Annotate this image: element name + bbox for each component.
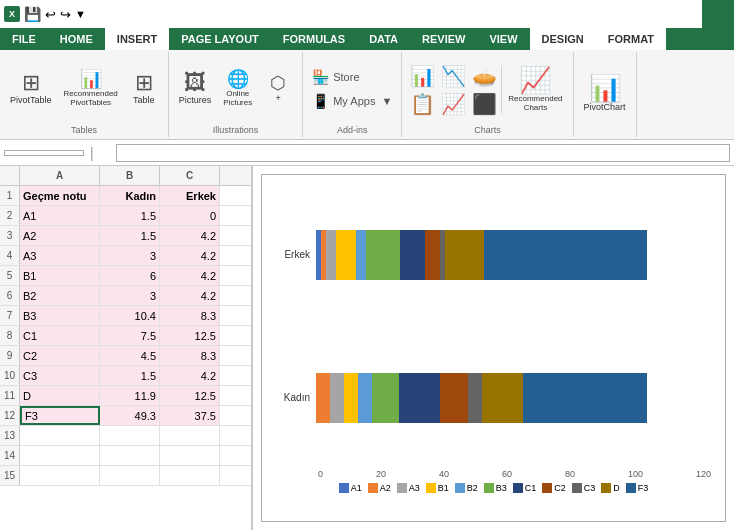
cell-b10[interactable]: 1.5: [100, 366, 160, 385]
chart-area[interactable]: Erkek Kadın 020406080100120 A1A2A3B1B2B3…: [253, 166, 734, 530]
chart-container[interactable]: Erkek Kadın 020406080100120 A1A2A3B1B2B3…: [261, 174, 726, 522]
table-icon: ⊞: [135, 72, 153, 94]
redo-icon[interactable]: ↪: [60, 7, 71, 22]
cell-b4[interactable]: 3: [100, 246, 160, 265]
legend-label: A2: [380, 483, 391, 493]
cell-c14[interactable]: [160, 446, 220, 465]
tab-formulas[interactable]: FORMULAS: [271, 28, 357, 50]
cell-c3[interactable]: 4.2: [160, 226, 220, 245]
cell-a6[interactable]: B2: [20, 286, 100, 305]
tab-home[interactable]: HOME: [48, 28, 105, 50]
tab-review[interactable]: REVIEW: [410, 28, 477, 50]
cell-c7[interactable]: 8.3: [160, 306, 220, 325]
shapes-button[interactable]: ⬡ +: [260, 72, 296, 105]
cell-b9[interactable]: 4.5: [100, 346, 160, 365]
cell-c5[interactable]: 4.2: [160, 266, 220, 285]
col-header-a[interactable]: A: [20, 166, 100, 185]
col-header-c[interactable]: C: [160, 166, 220, 185]
online-pictures-button[interactable]: 🌐 OnlinePictures: [219, 68, 256, 109]
apps-icon: 📱: [312, 93, 329, 109]
cell-b6[interactable]: 3: [100, 286, 160, 305]
cell-a10[interactable]: C3: [20, 366, 100, 385]
line-chart-icon: 📉: [441, 64, 466, 88]
cell-b15[interactable]: [100, 466, 160, 485]
table-button[interactable]: ⊞ Table: [126, 70, 162, 107]
kadin-bars: [316, 373, 713, 423]
cell-c9[interactable]: 8.3: [160, 346, 220, 365]
recommended-pivottables-button[interactable]: 📊 RecommendedPivotTables: [60, 68, 122, 109]
area-chart-button[interactable]: 📈: [439, 91, 468, 117]
pie-chart-button[interactable]: 🥧: [470, 63, 499, 89]
cell-c8[interactable]: 12.5: [160, 326, 220, 345]
x-axis-label: 120: [696, 469, 711, 479]
cell-a11[interactable]: D: [20, 386, 100, 405]
bar-segment: [366, 230, 400, 280]
legend-item: A1: [339, 483, 362, 493]
cell-c2[interactable]: 0: [160, 206, 220, 225]
bar-chart-button[interactable]: 📋: [408, 91, 437, 117]
shapes-icon: ⬡: [270, 74, 286, 92]
legend-swatch: [484, 483, 494, 493]
cell-b7[interactable]: 10.4: [100, 306, 160, 325]
cell-c1[interactable]: Erkek: [160, 186, 220, 205]
save-icon[interactable]: 💾: [24, 6, 41, 22]
tab-data[interactable]: DATA: [357, 28, 410, 50]
formula-input[interactable]: [116, 144, 730, 162]
column-chart-button[interactable]: 📊: [408, 63, 437, 89]
bar-segment: [400, 230, 425, 280]
cell-a9[interactable]: C2: [20, 346, 100, 365]
store-button[interactable]: 🏪 Store: [311, 68, 393, 86]
formula-divider: |: [90, 145, 94, 161]
cell-b14[interactable]: [100, 446, 160, 465]
cell-a1[interactable]: Geçme notu: [20, 186, 100, 205]
my-apps-button[interactable]: 📱 My Apps ▼: [311, 92, 393, 110]
tab-design[interactable]: DESIGN: [530, 28, 596, 50]
undo-icon[interactable]: ↩: [45, 7, 56, 22]
line-chart-button[interactable]: 📉: [439, 63, 468, 89]
cell-c13[interactable]: [160, 426, 220, 445]
table-row: 4 A3 3 4.2: [0, 246, 251, 266]
tab-format[interactable]: FORMAT: [596, 28, 666, 50]
cell-b11[interactable]: 11.9: [100, 386, 160, 405]
pivotchart-button[interactable]: 📊 PivotChart: [580, 73, 630, 114]
cell-a3[interactable]: A2: [20, 226, 100, 245]
cell-b3[interactable]: 1.5: [100, 226, 160, 245]
cell-c6[interactable]: 4.2: [160, 286, 220, 305]
pivottable-button[interactable]: ⊞ PivotTable: [6, 70, 56, 107]
cell-b1[interactable]: Kadın: [100, 186, 160, 205]
cell-c4[interactable]: 4.2: [160, 246, 220, 265]
cell-a4[interactable]: A3: [20, 246, 100, 265]
cell-c11[interactable]: 12.5: [160, 386, 220, 405]
table-row: 12 F3 49.3 37.5: [0, 406, 251, 426]
cell-b2[interactable]: 1.5: [100, 206, 160, 225]
cell-c15[interactable]: [160, 466, 220, 485]
recommended-charts-button[interactable]: 📈 RecommendedCharts: [501, 65, 566, 114]
x-axis-label: 80: [565, 469, 575, 479]
tab-file[interactable]: FILE: [0, 28, 48, 50]
tab-insert[interactable]: INSERT: [105, 28, 169, 50]
name-box[interactable]: [4, 150, 84, 156]
cell-a15[interactable]: [20, 466, 100, 485]
cell-b8[interactable]: 7.5: [100, 326, 160, 345]
cell-a5[interactable]: B1: [20, 266, 100, 285]
cell-a2[interactable]: A1: [20, 206, 100, 225]
cell-c12[interactable]: 37.5: [160, 406, 220, 425]
col-header-b[interactable]: B: [100, 166, 160, 185]
tab-view[interactable]: VIEW: [477, 28, 529, 50]
scatter-chart-button[interactable]: ⬛: [470, 91, 499, 117]
cell-c10[interactable]: 4.2: [160, 366, 220, 385]
erkek-bars: [316, 230, 713, 280]
cell-b13[interactable]: [100, 426, 160, 445]
cell-a8[interactable]: C1: [20, 326, 100, 345]
kadin-label: Kadın: [274, 392, 310, 403]
customize-icon[interactable]: ▼: [75, 8, 86, 20]
x-axis-label: 0: [318, 469, 323, 479]
cell-a14[interactable]: [20, 446, 100, 465]
pictures-button[interactable]: 🖼 Pictures: [175, 70, 216, 107]
tab-page-layout[interactable]: PAGE LAYOUT: [169, 28, 271, 50]
cell-b12[interactable]: 49.3: [100, 406, 160, 425]
cell-a12[interactable]: F3: [20, 406, 100, 425]
cell-a7[interactable]: B3: [20, 306, 100, 325]
cell-a13[interactable]: [20, 426, 100, 445]
cell-b5[interactable]: 6: [100, 266, 160, 285]
